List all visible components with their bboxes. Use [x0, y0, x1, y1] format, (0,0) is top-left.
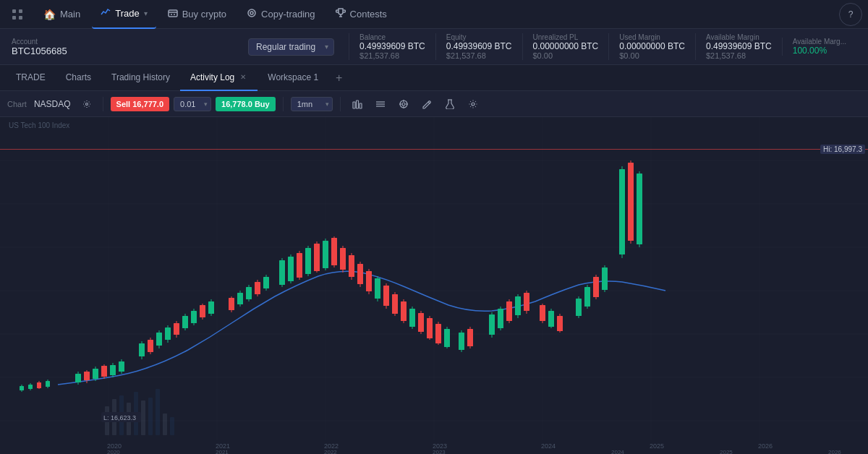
svg-rect-65 — [119, 361, 124, 372]
svg-rect-143 — [506, 301, 512, 321]
svg-point-5 — [248, 9, 255, 17]
stat-equity: Equity 0.49939609 BTC $21,537.68 — [435, 33, 522, 60]
grid-menu-icon[interactable] — [6, 3, 29, 26]
svg-rect-153 — [557, 316, 563, 331]
nav-item-contests[interactable]: Contests — [327, 0, 396, 29]
svg-rect-83 — [208, 301, 214, 314]
buy-crypto-icon — [168, 8, 178, 20]
account-info: Account BTC1056685 — [12, 38, 67, 56]
chart-gear-icon[interactable] — [464, 97, 482, 111]
tab-close-icon[interactable]: ✕ — [239, 72, 247, 82]
stat-equity-value: 0.49939609 BTC — [446, 41, 512, 51]
stat-used-margin: Used Margin 0.00000000 BTC $0.00 — [608, 33, 695, 60]
stat-available-margin-pct: Available Marg... 100.00% — [782, 38, 856, 56]
nav-item-copy-trading[interactable]: Copy-trading — [238, 0, 323, 29]
tab-charts-label: Charts — [66, 72, 91, 82]
svg-rect-3 — [19, 16, 22, 20]
svg-rect-127 — [418, 313, 424, 332]
nav-item-main[interactable]: 🏠 Main — [35, 0, 89, 29]
svg-rect-151 — [548, 311, 554, 327]
buy-button-label: 16,778.0 Buy — [221, 100, 270, 108]
tab-trade[interactable]: TRADE — [6, 65, 56, 91]
svg-rect-73 — [165, 327, 171, 340]
quantity-select[interactable]: 0.01 0.1 1 — [174, 97, 211, 111]
timeframe-select[interactable]: 1mn 5mn 15mn 1h 1d — [291, 97, 333, 111]
svg-rect-81 — [200, 305, 205, 317]
svg-rect-135 — [459, 333, 464, 350]
lines-icon[interactable] — [371, 97, 390, 111]
svg-rect-137 — [467, 329, 473, 346]
stat-balance-value: 0.49939609 BTC — [359, 41, 425, 51]
quantity-wrapper[interactable]: 0.01 0.1 1 — [174, 97, 211, 111]
svg-rect-91 — [255, 282, 260, 294]
tab-trading-history[interactable]: Trading History — [101, 65, 180, 91]
svg-rect-131 — [435, 324, 441, 343]
trading-mode-select[interactable]: Regular trading Demo trading — [248, 38, 334, 56]
chart-area[interactable]: US Tech 100 Index Hi: 16,997.3 — [0, 117, 868, 454]
svg-rect-67 — [139, 343, 145, 356]
nav-copy-trading-label: Copy-trading — [261, 9, 315, 20]
svg-rect-55 — [75, 374, 81, 382]
svg-rect-77 — [182, 316, 188, 328]
svg-rect-63 — [110, 365, 116, 375]
help-icon: ? — [848, 9, 854, 20]
svg-rect-157 — [584, 287, 590, 307]
svg-rect-8 — [353, 102, 355, 108]
svg-rect-133 — [444, 329, 450, 347]
svg-rect-121 — [392, 294, 398, 314]
flask-icon[interactable] — [441, 97, 459, 111]
svg-rect-139 — [489, 314, 495, 335]
tab-add-button[interactable]: + — [328, 65, 349, 91]
svg-rect-123 — [401, 301, 407, 321]
svg-rect-51 — [37, 382, 41, 388]
tab-workspace1-label: Workspace 1 — [268, 72, 318, 82]
stat-used-margin-sub: $0.00 — [619, 51, 685, 60]
sell-button-label: Sell 16,777.0 — [116, 100, 163, 108]
buy-button[interactable]: 16,778.0 Buy — [216, 97, 276, 111]
svg-rect-75 — [174, 323, 179, 335]
divider-1 — [103, 97, 103, 111]
stat-balance-label: Balance — [359, 33, 425, 41]
chart-settings-icon[interactable] — [78, 98, 95, 111]
tab-charts[interactable]: Charts — [56, 65, 101, 91]
svg-rect-163 — [619, 169, 625, 254]
chart-hi-text: Hi: 16,997.3 — [823, 145, 862, 153]
svg-text:2020: 2020 — [107, 449, 120, 454]
nav-item-trade[interactable]: Trade ▾ — [92, 0, 156, 29]
stat-balance-sub: $21,537.68 — [359, 51, 425, 60]
stat-available-margin: Available Margin 0.49939609 BTC $21,537.… — [695, 33, 782, 60]
svg-rect-43 — [156, 389, 160, 435]
trading-mode-wrapper[interactable]: Regular trading Demo trading — [248, 38, 334, 56]
tab-activity-log[interactable]: Activity Log ✕ — [180, 65, 258, 91]
svg-rect-45 — [170, 417, 174, 435]
bar-chart-icon[interactable] — [348, 97, 367, 111]
svg-text:2024: 2024 — [611, 449, 624, 454]
svg-point-21 — [472, 103, 475, 106]
svg-rect-59 — [93, 369, 98, 379]
stat-unrealized-pl: Unrealized PL 0.00000000 BTC $0.00 — [522, 33, 609, 60]
svg-text:L: 16,623.3: L: 16,623.3 — [103, 414, 136, 421]
tabs-bar: TRADE Charts Trading History Activity Lo… — [0, 65, 868, 91]
nav-trade-label: Trade — [115, 8, 139, 19]
nav-item-buy-crypto[interactable]: Buy crypto — [159, 0, 235, 29]
copy-trading-icon — [247, 8, 257, 20]
svg-rect-87 — [237, 293, 243, 304]
svg-rect-47 — [20, 386, 24, 390]
help-button[interactable]: ? — [839, 3, 862, 26]
svg-rect-101 — [305, 248, 311, 274]
home-icon: 🏠 — [43, 9, 56, 20]
timeframe-wrapper[interactable]: 1mn 5mn 15mn 1h 1d — [291, 97, 333, 111]
sell-button[interactable]: Sell 16,777.0 — [111, 97, 169, 111]
stat-used-margin-value: 0.00000000 BTC — [619, 41, 685, 51]
target-icon[interactable] — [394, 97, 413, 111]
svg-rect-4 — [169, 10, 177, 17]
svg-rect-10 — [359, 103, 362, 108]
stat-available-margin-pct-label: Available Marg... — [793, 38, 846, 46]
draw-icon[interactable] — [417, 97, 436, 111]
stat-balance: Balance 0.49939609 BTC $21,537.68 — [349, 33, 435, 60]
svg-rect-119 — [383, 286, 389, 306]
tab-workspace1[interactable]: Workspace 1 — [258, 65, 328, 91]
top-navigation: 🏠 Main Trade ▾ Buy crypto — [0, 0, 868, 29]
tab-trading-history-label: Trading History — [111, 72, 170, 82]
stat-equity-label: Equity — [446, 33, 512, 41]
